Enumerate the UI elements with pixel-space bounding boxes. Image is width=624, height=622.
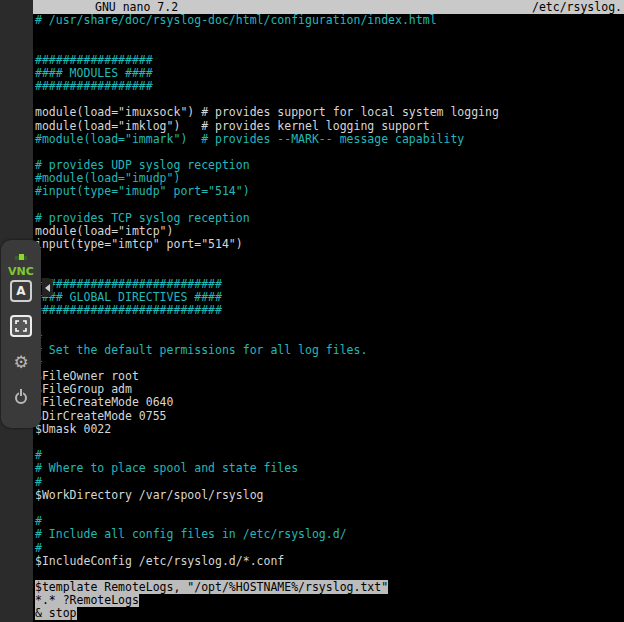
fullscreen-icon: [15, 320, 27, 332]
panel-collapse-handle[interactable]: [42, 278, 53, 297]
terminal-window[interactable]: GNU nano 7.2 /etc/rsyslog. # /usr/share/…: [33, 0, 624, 622]
editor-line: #input(type="imudp" port="514"): [35, 185, 624, 198]
power-button[interactable]: [10, 387, 32, 409]
editor-line: *.* ?RemoteLogs: [35, 594, 624, 607]
editor-line: #################: [35, 80, 624, 93]
editor-line: [35, 317, 624, 330]
vnc-logo: VNC: [1, 247, 41, 277]
nano-titlebar: GNU nano 7.2 /etc/rsyslog.: [33, 0, 624, 14]
editor-line: & stop: [35, 607, 624, 620]
editor-line: [35, 27, 624, 40]
screen: VNC A ⚙ GNU nano 7.2 /etc/rsyslog.: [0, 0, 624, 622]
editor-line: #module(load="immark") # provides --MARK…: [35, 133, 624, 146]
extra-keys-label: A: [16, 284, 25, 298]
vnc-logo-text: VNC: [1, 266, 41, 277]
editor-line: $DirCreateMode 0755: [35, 410, 624, 423]
editor-line: # Where to place spool and state files: [35, 462, 624, 475]
vnc-control-panel: VNC A ⚙: [1, 240, 41, 428]
editor-line: $WorkDirectory /var/spool/rsyslog: [35, 489, 624, 502]
editor-line: input(type="imtcp" port="514"): [35, 238, 624, 251]
power-icon: [15, 392, 27, 404]
editor-line: ###########################: [35, 304, 624, 317]
editor-line: [35, 436, 624, 449]
editor-content[interactable]: # /usr/share/doc/rsyslog-doc/html/config…: [33, 14, 624, 621]
editor-line: [35, 251, 624, 264]
settings-button[interactable]: ⚙: [10, 351, 32, 373]
editor-line: # Set the default permissions for all lo…: [35, 344, 624, 357]
nano-version: GNU nano 7.2: [95, 0, 178, 14]
vnc-flag-icon: [13, 254, 29, 262]
chevron-left-icon: [45, 284, 50, 292]
vnc-sidebar: VNC A ⚙: [0, 0, 33, 622]
gear-icon: ⚙: [13, 354, 28, 371]
fullscreen-button[interactable]: [10, 315, 32, 337]
editor-line: [35, 502, 624, 515]
editor-line: # Include all config files in /etc/rsysl…: [35, 528, 624, 541]
editor-line: $IncludeConfig /etc/rsyslog.d/*.conf: [35, 555, 624, 568]
extra-keys-button[interactable]: A: [10, 280, 32, 302]
file-path: /etc/rsyslog.: [532, 0, 622, 14]
editor-line: $Umask 0022: [35, 423, 624, 436]
editor-line: # /usr/share/doc/rsyslog-doc/html/config…: [35, 14, 624, 27]
